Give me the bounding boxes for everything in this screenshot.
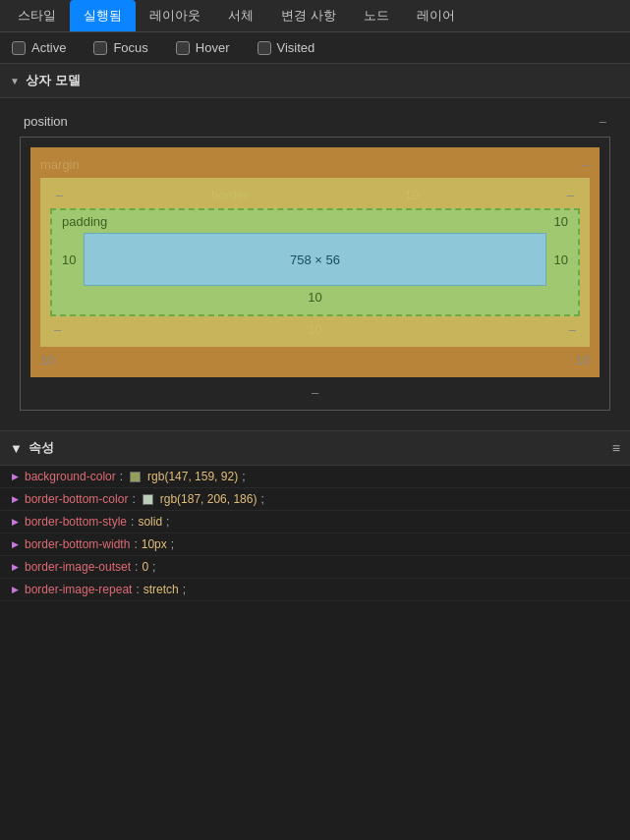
property-row-5: ▶border-image-repeat: stretch; — [0, 579, 630, 601]
prop-value-0: rgb(147, 159, 92) — [147, 470, 238, 483]
property-row-4: ▶border-image-outset: 0; — [0, 556, 630, 579]
prop-name-1: border-bottom-color — [25, 492, 128, 506]
prop-semi-4: ; — [152, 560, 155, 574]
prop-expand-arrow-2[interactable]: ▶ — [12, 517, 19, 527]
property-row-2: ▶border-bottom-style: solid; — [0, 511, 630, 533]
border-bottom-val: 10 — [308, 322, 321, 337]
padding-left-val: 10 — [62, 252, 76, 267]
prop-semi-1: ; — [260, 492, 263, 506]
tab-style[interactable]: 스타일 — [4, 0, 70, 31]
prop-name-4: border-image-outset — [25, 560, 131, 574]
prop-name-0: background-color — [25, 470, 116, 483]
prop-semi-3: ; — [171, 537, 174, 551]
focus-checkbox[interactable] — [93, 41, 107, 55]
active-checkbox[interactable] — [12, 41, 26, 55]
prop-swatch-0[interactable] — [130, 472, 141, 482]
prop-expand-arrow-0[interactable]: ▶ — [12, 472, 19, 481]
padding-top-val: 10 — [554, 214, 568, 229]
margin-label: margin — [40, 157, 80, 172]
border-bottom-left: – — [54, 322, 61, 337]
prop-value-5: stretch — [143, 583, 179, 596]
box-model-area: position – margin – – border 10 – — [0, 98, 630, 431]
prop-swatch-1[interactable] — [143, 494, 153, 505]
prop-colon-3: : — [134, 537, 137, 551]
prop-value-3: 10px — [142, 537, 167, 551]
tab-runtime[interactable]: 실행됨 — [70, 0, 136, 31]
margin-top-val: – — [583, 157, 590, 172]
tab-changes[interactable]: 변경 사항 — [267, 0, 350, 31]
hover-checkbox[interactable] — [176, 41, 190, 55]
prop-expand-arrow-4[interactable]: ▶ — [12, 562, 19, 572]
properties-section-header: ▼ 속성 ≡ — [0, 431, 630, 466]
prop-colon-5: : — [136, 583, 139, 596]
padding-label: padding — [62, 214, 107, 229]
visited-checkbox[interactable] — [258, 41, 271, 55]
border-left-val: – — [56, 188, 63, 202]
state-bar: Active Focus Hover Visited — [0, 32, 630, 64]
prop-value-2: solid — [138, 515, 162, 529]
state-focus[interactable]: Focus — [93, 40, 147, 55]
prop-colon-0: : — [120, 470, 123, 483]
properties-header-left: ▼ 속성 — [10, 439, 54, 457]
position-row: position – — [20, 114, 610, 129]
prop-expand-arrow-1[interactable]: ▶ — [12, 494, 19, 504]
properties-arrow: ▼ — [10, 441, 23, 456]
position-bottom-val: – — [30, 385, 600, 400]
boxmodel-arrow: ▼ — [10, 76, 20, 86]
prop-expand-arrow-3[interactable]: ▶ — [12, 539, 19, 549]
prop-value-1: rgb(187, 206, 186) — [160, 492, 258, 506]
boxmodel-section-header[interactable]: ▼ 상자 모델 — [0, 64, 630, 98]
properties-list: ▶background-color: rgb(147, 159, 92);▶bo… — [0, 466, 630, 601]
margin-right-val: 10 — [576, 353, 590, 367]
tab-font[interactable]: 서체 — [214, 0, 267, 31]
position-label: position — [24, 114, 68, 129]
state-visited-label: Visited — [277, 40, 315, 55]
prop-name-3: border-bottom-width — [25, 537, 130, 551]
tab-bar: 스타일 실행됨 레이아웃 서체 변경 사항 노드 레이어 — [0, 0, 630, 32]
property-row-0: ▶background-color: rgb(147, 159, 92); — [0, 466, 630, 488]
padding-bottom-val: 10 — [62, 290, 568, 305]
border-bottom-right: – — [569, 322, 576, 337]
state-hover[interactable]: Hover — [176, 40, 230, 55]
state-active[interactable]: Active — [12, 40, 66, 55]
prop-semi-0: ; — [242, 470, 245, 483]
box-content: 758 × 56 — [84, 233, 545, 286]
border-label: border — [211, 188, 249, 202]
tab-node[interactable]: 노드 — [350, 0, 403, 31]
prop-value-4: 0 — [142, 560, 148, 574]
tab-layer[interactable]: 레이어 — [403, 0, 469, 31]
box-border: – border 10 – padding 10 10 — [40, 178, 590, 347]
border-right-val: – — [567, 188, 574, 202]
content-size: 758 × 56 — [290, 252, 340, 267]
property-row-1: ▶border-bottom-color: rgb(187, 206, 186)… — [0, 488, 630, 511]
border-header: – border 10 – — [50, 188, 580, 202]
prop-name-2: border-bottom-style — [25, 515, 127, 529]
margin-left-val: 10 — [40, 353, 54, 367]
prop-name-5: border-image-repeat — [25, 583, 132, 596]
position-value: – — [600, 114, 606, 129]
state-visited[interactable]: Visited — [258, 40, 315, 55]
boxmodel-title: 상자 모델 — [26, 72, 81, 89]
box-margin: margin – – border 10 – padding 10 — [30, 147, 600, 377]
prop-expand-arrow-5[interactable]: ▶ — [12, 585, 19, 594]
border-top-val: 10 — [404, 188, 418, 202]
state-active-label: Active — [31, 40, 66, 55]
padding-header: padding 10 — [62, 214, 568, 229]
state-hover-label: Hover — [196, 40, 230, 55]
prop-semi-5: ; — [183, 583, 186, 596]
prop-semi-2: ; — [166, 515, 169, 529]
prop-colon-4: : — [135, 560, 138, 574]
box-padding: padding 10 10 758 × 56 10 10 — [50, 208, 580, 316]
property-row-3: ▶border-bottom-width: 10px; — [0, 533, 630, 556]
prop-colon-1: : — [132, 492, 135, 506]
filter-icon[interactable]: ≡ — [612, 440, 620, 456]
state-focus-label: Focus — [113, 40, 147, 55]
prop-colon-2: : — [131, 515, 134, 529]
properties-title: 속성 — [29, 439, 54, 457]
box-position: margin – – border 10 – padding 10 — [20, 137, 610, 411]
tab-layout[interactable]: 레이아웃 — [136, 0, 214, 31]
padding-right-val: 10 — [554, 252, 568, 267]
